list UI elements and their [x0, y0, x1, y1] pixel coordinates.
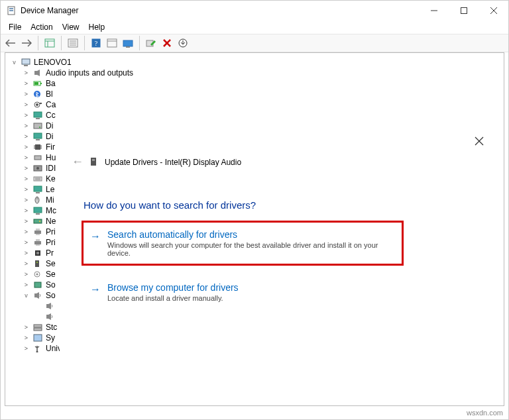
svg-rect-29 [34, 82, 38, 85]
chevron-right-icon[interactable]: > [23, 165, 30, 172]
maximize-button[interactable] [449, 1, 479, 21]
tree-item-label: Audio inputs and outputs [46, 68, 133, 78]
software-icon [32, 280, 43, 290]
chevron-right-icon[interactable]: > [23, 324, 30, 331]
chevron-right-icon[interactable]: > [23, 229, 30, 236]
tree-item-label: Cc [46, 110, 56, 121]
monitor-icon [32, 184, 43, 195]
tree-item-label: Ke [46, 174, 56, 184]
chevron-right-icon[interactable]: > [23, 101, 30, 109]
update-driver-wizard: ← Update Drivers - Intel(R) Display Audi… [60, 131, 497, 406]
menu-file[interactable]: File [5, 21, 25, 33]
svg-rect-66 [36, 244, 40, 246]
menu-action[interactable]: Action [27, 21, 56, 33]
svg-rect-24 [22, 59, 30, 64]
svg-rect-83 [91, 158, 96, 166]
svg-rect-65 [36, 239, 40, 241]
menu-view[interactable]: View [58, 21, 84, 33]
svg-rect-50 [34, 177, 42, 181]
chevron-right-icon[interactable]: > [23, 80, 30, 87]
tree-item-label: So [46, 280, 56, 290]
option-search-automatically[interactable]: → Search automatically for drivers Windo… [84, 223, 402, 264]
chevron-right-icon[interactable]: > [23, 218, 30, 225]
tree-item[interactable]: >Ca [11, 99, 504, 110]
chevron-right-icon[interactable]: > [23, 260, 30, 268]
app-icon [6, 5, 17, 16]
show-hide-tree-button[interactable] [42, 36, 57, 50]
chevron-right-icon[interactable]: > [23, 345, 30, 352]
svg-point-49 [36, 167, 39, 170]
menu-help[interactable]: Help [85, 21, 109, 33]
chevron-right-icon[interactable]: > [23, 112, 30, 119]
tree-item[interactable]: >Cc [11, 110, 504, 121]
uninstall-button[interactable] [160, 36, 174, 50]
svg-rect-25 [24, 65, 28, 66]
computer-icon [21, 57, 31, 68]
sensor-icon [32, 269, 43, 280]
svg-rect-35 [36, 118, 40, 119]
update-driver-button[interactable] [176, 36, 190, 50]
properties-button[interactable] [66, 36, 80, 50]
wizard-close-button[interactable] [475, 136, 484, 146]
usb-icon [32, 343, 43, 354]
back-button[interactable] [3, 36, 18, 50]
chevron-right-icon[interactable]: > [23, 154, 30, 162]
battery-icon [32, 78, 43, 89]
security-icon [32, 258, 43, 269]
tree-item-label: Ne [46, 216, 56, 227]
sound-icon [32, 290, 43, 301]
option-1-desc: Windows will search your computer for th… [107, 241, 392, 257]
tree-item[interactable]: >Bl [11, 89, 504, 99]
mouse-icon [32, 195, 43, 205]
svg-rect-79 [34, 335, 42, 341]
chevron-right-icon[interactable]: > [23, 197, 30, 204]
svg-rect-4 [461, 8, 467, 14]
close-button[interactable] [479, 1, 508, 21]
chevron-right-icon[interactable]: > [23, 207, 30, 215]
tree-item-label: Ba [46, 78, 56, 89]
chevron-right-icon[interactable]: > [23, 282, 30, 289]
chevron-right-icon[interactable]: > [23, 70, 30, 77]
chevron-right-icon[interactable] [34, 313, 42, 321]
svg-rect-1 [9, 8, 13, 9]
svg-rect-74 [34, 293, 36, 297]
chevron-right-icon[interactable] [34, 303, 42, 310]
chevron-down-icon[interactable]: v [11, 59, 18, 66]
wizard-back-button[interactable]: ← [72, 155, 84, 169]
chevron-right-icon[interactable]: > [23, 133, 30, 140]
tree-item-label: IDI [46, 163, 56, 174]
toolbar-button-6[interactable] [121, 36, 135, 50]
chevron-right-icon[interactable]: > [23, 271, 30, 278]
tree-item-label: Sy [46, 333, 55, 343]
scan-hardware-button[interactable] [144, 36, 158, 50]
tree-item[interactable]: >Di [11, 121, 504, 131]
tree-root[interactable]: v LENOVO1 [11, 57, 504, 68]
toolbar-button-5[interactable] [105, 36, 119, 50]
svg-rect-33 [40, 103, 42, 104]
device-manager-window: Device Manager File Action View Help ? [0, 0, 509, 420]
keyboard-icon [32, 174, 43, 184]
minimize-button[interactable] [419, 1, 449, 21]
option-browse-computer[interactable]: → Browse my computer for drivers Locate … [84, 276, 402, 309]
chevron-right-icon[interactable]: > [23, 176, 30, 183]
svg-rect-64 [34, 241, 41, 244]
chevron-right-icon[interactable]: > [23, 250, 30, 257]
chevron-right-icon[interactable]: > [23, 335, 30, 342]
tree-item-label: Di [46, 131, 53, 142]
chevron-right-icon[interactable]: > [23, 144, 30, 151]
tree-item[interactable]: >Ba [11, 78, 504, 89]
chevron-right-icon[interactable]: > [23, 123, 30, 130]
chevron-right-icon[interactable]: > [23, 91, 30, 98]
tree-item[interactable]: >Audio inputs and outputs [11, 68, 504, 78]
svg-rect-63 [36, 234, 40, 235]
chevron-down-icon[interactable]: v [23, 292, 30, 299]
chevron-right-icon[interactable]: > [23, 186, 30, 193]
svg-point-70 [36, 262, 38, 263]
speaker-icon [32, 68, 43, 78]
svg-point-60 [39, 221, 40, 222]
chevron-right-icon[interactable]: > [23, 239, 30, 246]
forward-button[interactable] [19, 36, 34, 50]
tree-item-label: Se [46, 269, 56, 280]
menu-bar: File Action View Help [1, 21, 508, 34]
help-button[interactable]: ? [89, 36, 103, 50]
